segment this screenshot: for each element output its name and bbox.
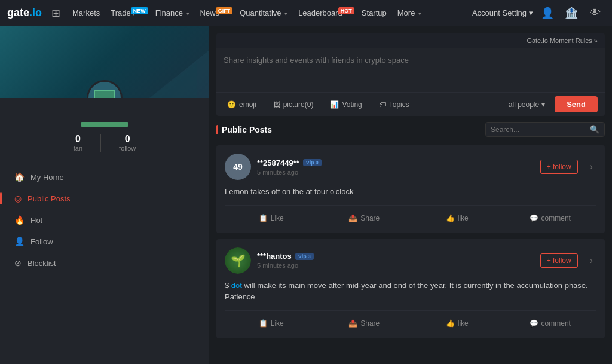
follow-button[interactable]: + follow	[540, 253, 578, 268]
post-meta: **2587449** Vip 0 5 minutes ago	[257, 158, 534, 176]
audience-label: all people	[509, 100, 539, 109]
sidebar-item-publicposts[interactable]: ◎ Public Posts	[0, 188, 209, 209]
post-menu-button[interactable]: ›	[586, 159, 596, 175]
hot-icon: 🔥	[14, 215, 25, 225]
main-content: Gate.io Moment Rules » 🙂 emoji 🖼 picture…	[209, 26, 612, 364]
user-icon[interactable]: 👤	[538, 4, 557, 23]
profile-banner	[0, 26, 209, 98]
sidebar-item-hot[interactable]: 🔥 Hot	[0, 209, 209, 231]
post-actions: 📋 Like 📤 Share 👍 like 💬 comment	[225, 205, 596, 225]
composer-toolbar: 🙂 emoji 🖼 picture(0) 📊 Voting 🏷 Topics	[216, 92, 605, 116]
nav-news[interactable]: NewsGIFT	[195, 6, 234, 20]
public-posts-icon: ◎	[14, 194, 22, 203]
like-action[interactable]: 📋 Like	[225, 317, 318, 330]
posts-title: Public Posts	[216, 125, 272, 134]
post-content: Lemon takes off on the at four o'clock	[225, 186, 596, 198]
notification-icon[interactable]: 👁	[586, 4, 605, 23]
chevron-down-icon: ▾	[541, 100, 545, 109]
account-setting-button[interactable]: Account Setting ▾	[472, 8, 533, 17]
public-posts-title: Public Posts	[222, 125, 272, 134]
avatar	[87, 80, 123, 98]
sidebar-label-follow: Follow	[30, 237, 53, 246]
topics-label: Topics	[389, 100, 409, 109]
picture-button[interactable]: 🖼 picture(0)	[270, 99, 317, 111]
nav-trade[interactable]: Trade▾NEW	[106, 6, 149, 20]
sidebar: 0 fan 0 follow 🏠 My Home ◎ Public Posts	[0, 26, 209, 364]
nav-markets[interactable]: Markets	[68, 6, 105, 20]
search-input[interactable]	[491, 126, 586, 134]
fan-label: fan	[74, 145, 82, 152]
like-action[interactable]: 📋 Like	[225, 212, 318, 225]
voting-icon: 📊	[330, 100, 339, 109]
nav-quantitative[interactable]: Quantitative ▾	[235, 6, 292, 20]
send-button[interactable]: Send	[555, 96, 598, 112]
post-time: 5 minutes ago	[257, 262, 534, 269]
follow-stat: 0 follow	[101, 134, 154, 152]
composer-textarea[interactable]	[216, 48, 605, 90]
emoji-button[interactable]: 🙂 emoji	[224, 99, 260, 111]
voting-button[interactable]: 📊 Voting	[326, 99, 365, 111]
nav-leaderboard[interactable]: LeaderboardHOT	[293, 6, 356, 20]
main-layout: 0 fan 0 follow 🏠 My Home ◎ Public Posts	[0, 26, 612, 364]
dot-link[interactable]: dot	[231, 281, 242, 290]
search-icon: 🔍	[590, 125, 599, 134]
wallet-icon[interactable]: 🏦	[562, 4, 581, 23]
voting-label: Voting	[342, 100, 362, 109]
comment-icon: 💬	[530, 319, 538, 328]
nav-finance[interactable]: Finance ▾	[151, 6, 194, 20]
blocklist-icon: ⊘	[14, 258, 22, 268]
post-meta: ***hantos Vip 3 5 minutes ago	[257, 252, 534, 269]
vip-badge: Vip 3	[295, 253, 314, 260]
thumbup-icon: 👍	[446, 319, 455, 328]
sidebar-label-hot: Hot	[30, 216, 42, 225]
comment-action[interactable]: 💬 comment	[504, 317, 597, 330]
active-indicator	[0, 192, 2, 204]
follow-button[interactable]: + follow	[540, 160, 578, 174]
thumb-action[interactable]: 👍 like	[411, 212, 504, 225]
emoji-label: emoji	[239, 100, 256, 109]
search-box: 🔍	[485, 122, 605, 137]
topics-icon: 🏷	[379, 100, 386, 109]
share-action[interactable]: 📤 Share	[318, 317, 411, 330]
post-time: 5 minutes ago	[257, 169, 534, 176]
sidebar-label-blocklist: Blocklist	[27, 259, 56, 268]
like-icon: 📋	[259, 319, 268, 328]
topics-button[interactable]: 🏷 Topics	[375, 99, 413, 111]
thumb-action[interactable]: 👍 like	[411, 317, 504, 330]
post-avatar: 49	[225, 154, 251, 180]
post-username: **2587449** Vip 0	[257, 158, 534, 167]
post-menu-button[interactable]: ›	[586, 253, 596, 268]
share-icon: 📤	[348, 319, 357, 328]
post-content: $ dot will make its main move after mid-…	[225, 280, 596, 303]
nav-startup[interactable]: Startup	[357, 6, 391, 20]
picture-icon: 🖼	[273, 100, 280, 109]
comment-action[interactable]: 💬 comment	[504, 212, 597, 225]
profile-info: 0 fan 0 follow	[0, 98, 209, 159]
avatar-image	[94, 90, 115, 98]
sidebar-label-myhome: My Home	[30, 173, 64, 182]
post-card: 49 **2587449** Vip 0 5 minutes ago + fol…	[216, 145, 605, 233]
site-logo[interactable]: gate.io	[7, 7, 42, 19]
header-right: Account Setting ▾ 👤 🏦 👁	[472, 4, 605, 23]
post-composer: Gate.io Moment Rules » 🙂 emoji 🖼 picture…	[216, 33, 605, 116]
main-header: gate.io ⊞ Markets Trade▾NEW Finance ▾ Ne…	[0, 0, 612, 26]
sidebar-item-blocklist[interactable]: ⊘ Blocklist	[0, 252, 209, 274]
rules-link[interactable]: Gate.io Moment Rules »	[527, 37, 598, 44]
post-actions: 📋 Like 📤 Share 👍 like 💬 comment	[225, 310, 596, 330]
share-icon: 📤	[348, 214, 357, 222]
side-nav: 🏠 My Home ◎ Public Posts 🔥 Hot 👤 Follow …	[0, 159, 209, 281]
grid-icon[interactable]: ⊞	[51, 7, 60, 20]
sidebar-item-follow[interactable]: 👤 Follow	[0, 231, 209, 252]
nav-more[interactable]: More ▾	[393, 6, 426, 20]
like-icon: 📋	[259, 214, 268, 222]
sidebar-item-myhome[interactable]: 🏠 My Home	[0, 166, 209, 188]
sidebar-label-publicposts: Public Posts	[27, 194, 71, 203]
home-icon: 🏠	[14, 172, 25, 182]
follow-count: 0	[125, 134, 130, 145]
post-avatar: 🌱	[225, 247, 251, 274]
post-card: 🌱 ***hantos Vip 3 5 minutes ago + follow…	[216, 239, 605, 338]
share-action[interactable]: 📤 Share	[318, 212, 411, 225]
audience-button[interactable]: all people ▾	[509, 100, 545, 109]
emoji-icon: 🙂	[227, 100, 236, 109]
post-header: 🌱 ***hantos Vip 3 5 minutes ago + follow…	[225, 247, 596, 274]
